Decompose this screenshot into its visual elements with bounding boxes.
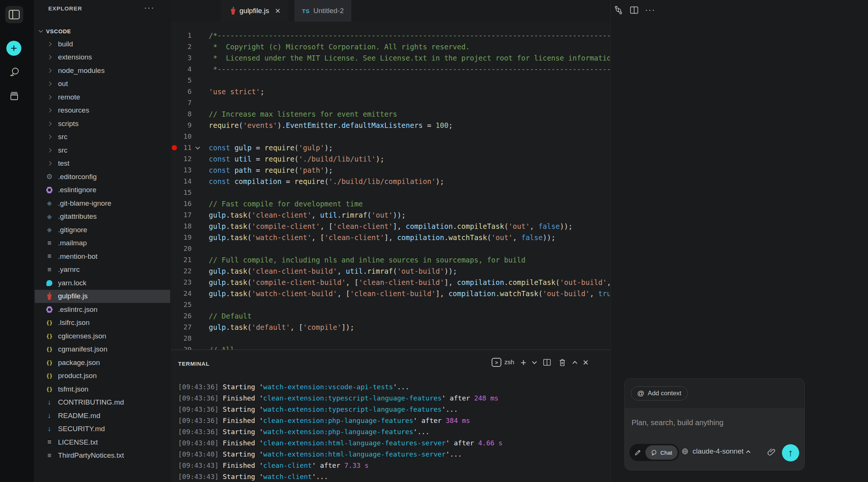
file-tree-item-yarn.lock[interactable]: yarn.lock bbox=[35, 276, 170, 290]
chevron-up-icon bbox=[746, 450, 751, 454]
line-number: 17 bbox=[171, 209, 192, 221]
model-selector[interactable]: claude-4-sonnet bbox=[681, 447, 750, 455]
plus-icon: + bbox=[10, 43, 17, 54]
file-tree-item-cgmanifest.json[interactable]: {}cgmanifest.json bbox=[35, 343, 170, 356]
tree-root-vscode[interactable]: VSCODE bbox=[35, 25, 170, 37]
file-tree-item-LICENSE.txt[interactable]: ≡LICENSE.txt bbox=[35, 436, 170, 449]
close-tab-icon[interactable]: × bbox=[275, 6, 280, 15]
line-number: 9 bbox=[171, 120, 192, 131]
file-tree-item-.mailmap[interactable]: ≡.mailmap bbox=[35, 237, 170, 250]
code-editor[interactable]: 1/*-------------------------------------… bbox=[171, 22, 610, 350]
file-tree-item-.eslintrc.json[interactable]: .eslintrc.json bbox=[35, 303, 170, 316]
folder-icon bbox=[45, 93, 54, 101]
attach-file-button[interactable] bbox=[767, 448, 776, 457]
kill-terminal-icon[interactable] bbox=[558, 358, 567, 367]
file-tree-item-tsfmt.json[interactable]: {}tsfmt.json bbox=[35, 383, 170, 396]
file-tree-item-package.json[interactable]: {}package.json bbox=[35, 356, 170, 369]
eslint-icon bbox=[45, 186, 54, 194]
json-icon: {} bbox=[45, 385, 54, 393]
code-line-12: 12const util = require('./build/lib/util… bbox=[171, 153, 610, 165]
file-label: src bbox=[58, 133, 67, 141]
file-tree-item-.mention-bot[interactable]: ≡.mention-bot bbox=[35, 250, 170, 263]
maximize-panel-icon[interactable] bbox=[572, 361, 577, 366]
archive-button[interactable] bbox=[6, 88, 22, 104]
line-number: 28 bbox=[171, 333, 192, 344]
tab-label: gulpfile.js bbox=[239, 7, 269, 15]
open-changes-icon[interactable] bbox=[614, 5, 623, 15]
line-number: 26 bbox=[171, 310, 192, 322]
file-label: yarn.lock bbox=[58, 279, 86, 287]
code-line-23: 23gulp.task('compile-client-build', ['cl… bbox=[171, 277, 610, 288]
line-number: 6 bbox=[171, 86, 192, 97]
file-tree-item-out[interactable]: out bbox=[35, 77, 170, 91]
json-icon: {} bbox=[45, 372, 54, 380]
new-chat-button[interactable]: + bbox=[6, 41, 21, 56]
file-tree-item-.eslintignore[interactable]: .eslintignore bbox=[35, 184, 170, 197]
md-icon: ↓ bbox=[45, 398, 54, 406]
file-label: .editorconfig bbox=[58, 173, 97, 181]
file-tree-item-.yarnrc[interactable]: ≡.yarnrc bbox=[35, 263, 170, 277]
code-line-22: 22gulp.task('clean-client-build', util.r… bbox=[171, 265, 610, 277]
tab-untitled-2[interactable]: TS Untitled-2 bbox=[294, 0, 351, 22]
send-arrow-icon: ↑ bbox=[788, 447, 793, 459]
send-button[interactable]: ↑ bbox=[782, 444, 799, 461]
split-terminal-icon[interactable] bbox=[542, 358, 551, 367]
file-label: .yarnrc bbox=[58, 265, 80, 274]
chat-input-area[interactable]: Plan, search, build anything Chat bbox=[625, 408, 804, 470]
terminal-output[interactable]: [09:43:36] Starting 'watch-extension:vsc… bbox=[178, 381, 608, 482]
file-tree-item-.lsifrc.json[interactable]: {}.lsifrc.json bbox=[35, 316, 170, 330]
file-tree-item-SECURITY.md[interactable]: ↓SECURITY.md bbox=[35, 423, 170, 436]
file-tree-item-CONTRIBUTING.md[interactable]: ↓CONTRIBUTING.md bbox=[35, 396, 170, 409]
toggle-sidebar-button[interactable] bbox=[5, 6, 23, 23]
terminal-line: [09:43:36] Starting 'watch-extension:typ… bbox=[178, 404, 608, 415]
file-tree-item-.gitattributes[interactable]: ◆.gitattributes bbox=[35, 210, 170, 224]
tab-gulpfile[interactable]: gulpfile.js × bbox=[221, 0, 288, 22]
file-tree-item-cglicenses.json[interactable]: {}cglicenses.json bbox=[35, 329, 170, 343]
file-tree-item-scripts[interactable]: scripts bbox=[35, 117, 170, 131]
code-line-2: 2 * Copyright (c) Microsoft Corporation.… bbox=[171, 41, 610, 52]
file-tree-item-extensions[interactable]: extensions bbox=[35, 51, 170, 64]
split-editor-icon[interactable] bbox=[629, 5, 639, 15]
file-tree-item-remote[interactable]: remote bbox=[35, 90, 170, 104]
file-tree-item-build[interactable]: build bbox=[35, 37, 170, 51]
code-line-26: 26// Default bbox=[171, 310, 610, 322]
explorer-more-actions-icon[interactable]: ··· bbox=[144, 3, 155, 13]
code-line-3: 3 * Licensed under the MIT License. See … bbox=[171, 52, 610, 64]
terminal-line: [09:43:36] Finished 'clean-extension:typ… bbox=[178, 393, 608, 404]
file-tree-item-src[interactable]: src bbox=[35, 131, 170, 144]
archive-box-icon bbox=[9, 90, 20, 101]
model-brain-icon bbox=[681, 447, 689, 455]
line-number: 27 bbox=[171, 322, 192, 333]
file-tree-item-README.md[interactable]: ↓README.md bbox=[35, 409, 170, 423]
file-tree-item-node_modules[interactable]: node_modules bbox=[35, 64, 170, 77]
eslint-icon bbox=[45, 306, 54, 314]
line-number: 3 bbox=[171, 52, 192, 64]
chat-history-button[interactable] bbox=[6, 64, 22, 81]
file-tree-item-.gitignore[interactable]: ◆.gitignore bbox=[35, 223, 170, 237]
file-tree-item-ThirdPartyNotices.txt[interactable]: ≡ThirdPartyNotices.txt bbox=[35, 449, 170, 463]
new-terminal-icon[interactable]: + bbox=[520, 357, 526, 367]
mode-toggle[interactable]: Chat bbox=[629, 444, 679, 461]
fold-chevron-icon[interactable] bbox=[195, 145, 200, 150]
file-tree-item-resources[interactable]: resources bbox=[35, 104, 170, 117]
add-context-button[interactable]: @ Add context bbox=[631, 386, 688, 400]
git-icon: ◆ bbox=[45, 226, 54, 234]
file-tree-item-.git-blame-ignore[interactable]: ◆.git-blame-ignore bbox=[35, 197, 170, 210]
line-number: 10 bbox=[171, 131, 192, 142]
line-number: 29 bbox=[171, 344, 192, 350]
terminal-dropdown-icon[interactable] bbox=[532, 359, 537, 364]
file-label: .git-blame-ignore bbox=[58, 199, 111, 208]
sidebar-title: EXPLORER bbox=[48, 5, 82, 12]
at-icon: @ bbox=[637, 389, 644, 397]
chat-mode-chip[interactable]: Chat bbox=[645, 445, 678, 460]
file-tree-item-gulpfile.js[interactable]: gulpfile.js bbox=[35, 290, 170, 303]
folder-icon bbox=[45, 133, 54, 141]
more-actions-icon[interactable]: ··· bbox=[645, 5, 655, 15]
close-panel-icon[interactable]: × bbox=[583, 357, 589, 367]
file-tree-item-.editorconfig[interactable]: ⚙.editorconfig bbox=[35, 170, 170, 184]
terminal-panel-title[interactable]: TERMINAL bbox=[178, 360, 210, 367]
file-tree-item-product.json[interactable]: {}product.json bbox=[35, 369, 170, 383]
terminal-shell-selector[interactable]: > zsh bbox=[492, 358, 514, 367]
file-tree-item-src[interactable]: src bbox=[35, 144, 170, 157]
file-tree-item-test[interactable]: test bbox=[35, 157, 170, 171]
